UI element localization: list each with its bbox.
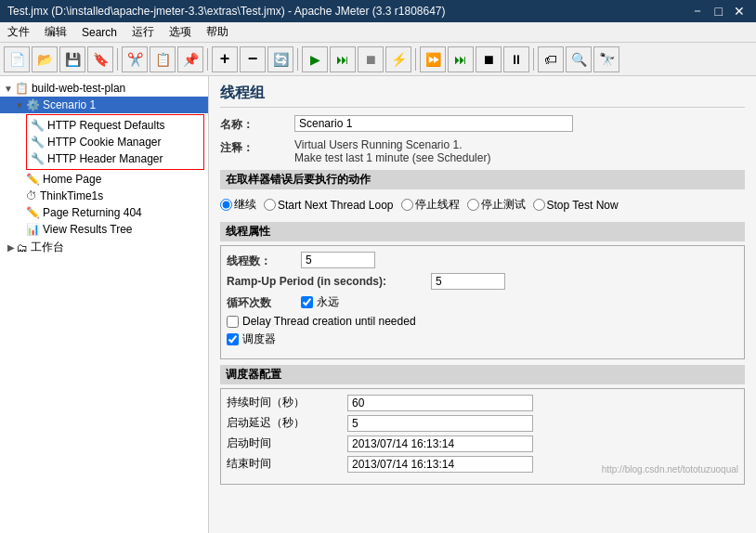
close-button[interactable]: ✕ <box>730 3 749 20</box>
radio-start-next-thread[interactable]: Start Next Thread Loop <box>264 199 394 212</box>
end-time-row: 结束时间 http://blog.csdn.net/tototuzuoqual <box>227 456 738 473</box>
loop-forever-checkbox[interactable] <box>301 296 313 308</box>
thread-count-input[interactable] <box>301 252 375 268</box>
tree-item-http-header-manager[interactable]: 🔧 HTTP Header Manager <box>27 150 203 167</box>
tree-label-page-returning-404: Page Returning 404 <box>43 206 142 219</box>
name-row: 名称： <box>220 115 745 133</box>
ramp-up-input[interactable] <box>431 273 505 290</box>
scheduler-checkbox[interactable] <box>227 333 239 345</box>
delay-label: Delay Thread creation until needed <box>242 315 416 328</box>
cut-button[interactable]: ✂️ <box>122 46 148 72</box>
tree-item-http-request-defaults[interactable]: 🔧 HTTP Request Defaults <box>27 117 203 134</box>
remove-button[interactable]: − <box>240 46 266 72</box>
new-button[interactable]: 📄 <box>4 46 30 72</box>
menu-options[interactable]: 选项 <box>165 23 195 41</box>
copy-button[interactable]: 📋 <box>150 46 176 72</box>
request-icon-home: ✏️ <box>26 173 40 186</box>
remote-stop-all-button[interactable]: ⏸ <box>503 46 529 72</box>
delay-checkbox[interactable] <box>227 316 239 328</box>
menu-edit[interactable]: 编辑 <box>41 23 71 41</box>
main-layout: ▼ 📋 build-web-test-plan ▼ ⚙️ Scenario 1 … <box>0 76 756 533</box>
tree-label-scenario1: Scenario 1 <box>43 98 96 111</box>
watermark: http://blog.csdn.net/tototuzuoqual <box>602 464 738 474</box>
tree-label-build-web-test-plan: build-web-test-plan <box>32 82 125 95</box>
open-button[interactable]: 📂 <box>32 46 58 72</box>
tree-label-http-request-defaults: HTTP Request Defaults <box>47 119 165 132</box>
separator-5 <box>533 48 534 71</box>
startup-delay-label: 启动延迟（秒） <box>227 415 347 431</box>
start-button[interactable]: ▶ <box>302 46 328 72</box>
maximize-button[interactable]: □ <box>711 3 726 20</box>
delay-checkbox-label[interactable]: Delay Thread creation until needed <box>227 315 416 328</box>
http-settings-group: 🔧 HTTP Request Defaults 🔧 HTTP Cookie Ma… <box>26 114 204 170</box>
stop-button[interactable]: ⏹ <box>358 46 384 72</box>
comment-value: Virtual Users Running Scenario 1. Make t… <box>294 138 490 164</box>
menu-bar: 文件 编辑 Search 运行 选项 帮助 <box>0 22 756 43</box>
save-button[interactable]: 💾 <box>59 46 85 72</box>
template-button[interactable]: 🔭 <box>593 46 619 72</box>
remote-start-all-button[interactable]: ⏭ <box>448 46 474 72</box>
remote-start-button[interactable]: ⏩ <box>420 46 446 72</box>
menu-help[interactable]: 帮助 <box>202 23 232 41</box>
function-helper-button[interactable]: 🏷 <box>538 46 564 72</box>
help-button[interactable]: 🔍 <box>566 46 592 72</box>
comment-row: 注释： Virtual Users Running Scenario 1. Ma… <box>220 138 745 164</box>
minimize-button[interactable]: － <box>687 3 708 20</box>
menu-file[interactable]: 文件 <box>4 23 33 41</box>
tree-item-workbench[interactable]: ▶ 🗂 工作台 <box>0 238 208 257</box>
ramp-up-row: Ramp-Up Period (in seconds): <box>227 273 738 290</box>
tree-item-thinktime1s[interactable]: ⏱ ThinkTime1s <box>0 188 208 204</box>
tree-label-home-page: Home Page <box>43 173 101 186</box>
tree-item-page-returning-404[interactable]: ✏️ Page Returning 404 <box>0 204 208 221</box>
end-time-input[interactable] <box>347 456 533 473</box>
tree-item-http-cookie-manager[interactable]: 🔧 HTTP Cookie Manager <box>27 134 203 150</box>
radio-stop-thread[interactable]: 停止线程 <box>401 197 460 213</box>
tree-panel: ▼ 📋 build-web-test-plan ▼ ⚙️ Scenario 1 … <box>0 76 209 533</box>
expand-icon-scenario1: ▼ <box>15 100 24 110</box>
tree-item-scenario1[interactable]: ▼ ⚙️ Scenario 1 <box>0 97 208 113</box>
radio-stop-test[interactable]: 停止测试 <box>467 197 526 213</box>
startup-delay-row: 启动延迟（秒） <box>227 415 738 432</box>
clear-button[interactable]: 🔄 <box>267 46 293 72</box>
radio-continue[interactable]: 继续 <box>220 197 256 213</box>
loop-count-row: 循环次数 永远 <box>227 293 738 311</box>
shutdown-button[interactable]: ⚡ <box>385 46 411 72</box>
save-as-button[interactable]: 🔖 <box>87 46 113 72</box>
scheduler-label: 调度器 <box>242 332 276 347</box>
menu-search[interactable]: Search <box>78 25 121 40</box>
request-icon-404: ✏️ <box>26 206 40 219</box>
tree-item-view-results-tree[interactable]: 📊 View Results Tree <box>0 221 208 238</box>
loop-count-label: 循环次数 <box>227 293 301 311</box>
scheduler-checkbox-label[interactable]: 调度器 <box>227 332 276 347</box>
wrench-icon-2: 🔧 <box>31 136 45 149</box>
add-button[interactable]: + <box>212 46 238 72</box>
paste-button[interactable]: 📌 <box>177 46 203 72</box>
loop-forever-checkbox-label[interactable]: 永远 <box>301 294 339 310</box>
separator-4 <box>415 48 416 71</box>
tree-label-thinktime1s: ThinkTime1s <box>40 189 103 202</box>
ramp-up-label: Ramp-Up Period (in seconds): <box>227 273 431 288</box>
timer-icon: ⏱ <box>26 189 37 202</box>
name-input[interactable] <box>294 115 573 132</box>
toolbar: 📄 📂 💾 🔖 ✂️ 📋 📌 + − 🔄 ▶ ⏭ ⏹ ⚡ ⏩ ⏭ ⏹ ⏸ 🏷 🔍… <box>0 43 756 76</box>
window-controls: － □ ✕ <box>687 3 749 20</box>
start-no-pause-button[interactable]: ⏭ <box>330 46 356 72</box>
tree-item-build-web-test-plan[interactable]: ▼ 📋 build-web-test-plan <box>0 80 208 97</box>
title-text: Test.jmx (D:\installed\apache-jmeter-3.3… <box>7 5 446 18</box>
separator-1 <box>117 48 118 71</box>
remote-stop-button[interactable]: ⏹ <box>476 46 502 72</box>
radio-stop-test-now[interactable]: Stop Test Now <box>533 199 619 212</box>
thread-count-label: 线程数： <box>227 252 301 269</box>
tree-item-home-page[interactable]: ✏️ Home Page <box>0 171 208 188</box>
scheduler-config-header: 调度器配置 <box>220 365 745 384</box>
start-time-input[interactable] <box>347 436 533 452</box>
thread-props-section: 线程数： Ramp-Up Period (in seconds): 循环次数 永… <box>220 245 745 359</box>
expand-icon-workbench: ▶ <box>7 242 15 253</box>
startup-delay-input[interactable] <box>347 415 533 432</box>
start-time-label: 启动时间 <box>227 436 347 451</box>
menu-run[interactable]: 运行 <box>128 23 158 41</box>
expand-icon: ▼ <box>4 84 13 94</box>
start-time-row: 启动时间 <box>227 436 738 452</box>
duration-input[interactable] <box>347 395 533 411</box>
end-time-label: 结束时间 <box>227 456 347 472</box>
